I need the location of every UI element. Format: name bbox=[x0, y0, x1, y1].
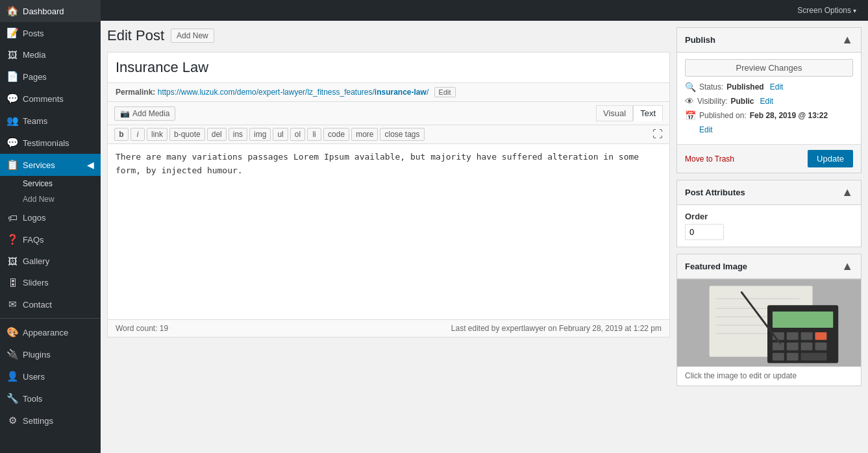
sidebar-item-services[interactable]: 📋 Services ◀ bbox=[0, 154, 101, 176]
sidebar-item-teams[interactable]: 👥 Teams bbox=[0, 110, 101, 132]
published-on-value: Feb 28, 2019 @ 13:22 bbox=[750, 111, 828, 120]
fmt-bold[interactable]: b bbox=[114, 128, 129, 141]
tab-text[interactable]: Text bbox=[633, 105, 663, 121]
sidebar-sub-label: Add New bbox=[23, 195, 55, 204]
screen-options-label: Screen Options bbox=[797, 6, 851, 15]
publish-box-toggle[interactable]: ▲ bbox=[841, 33, 853, 47]
add-media-button[interactable]: 📷 Add Media bbox=[114, 106, 175, 121]
fmt-link[interactable]: link bbox=[147, 128, 167, 141]
sidebar-sub-services-all[interactable]: Services bbox=[0, 176, 101, 191]
sidebar-item-label: Gallery bbox=[23, 256, 49, 266]
sidebar-item-label: Teams bbox=[23, 116, 47, 126]
divider bbox=[0, 318, 101, 319]
sidebar-item-dashboard[interactable]: 🏠 Dashboard bbox=[0, 0, 101, 22]
screen-options-button[interactable]: Screen Options ▾ bbox=[792, 3, 862, 18]
sidebar-item-media[interactable]: 🖼 Media bbox=[0, 44, 101, 66]
sidebar-item-posts[interactable]: 📝 Posts bbox=[0, 22, 101, 44]
add-new-button[interactable]: Add New bbox=[171, 29, 214, 43]
main-area: Screen Options ▾ Edit Post Add New Perma… bbox=[101, 0, 868, 453]
sidebar-item-logos[interactable]: 🏷 Logos bbox=[0, 207, 101, 228]
sidebar-item-plugins[interactable]: 🔌 Plugins bbox=[0, 343, 101, 365]
expand-button[interactable]: ⛶ bbox=[652, 129, 663, 140]
sidebar-item-label: Testimonials bbox=[23, 138, 69, 148]
publish-actions: Move to Trash Update bbox=[677, 144, 861, 173]
sidebar-item-contact[interactable]: ✉ Contact bbox=[0, 293, 101, 315]
testimonials-icon: 💬 bbox=[6, 137, 18, 149]
sidebar-item-label: Logos bbox=[23, 213, 45, 223]
order-input[interactable] bbox=[685, 224, 724, 240]
publish-box-title: Publish bbox=[685, 35, 715, 45]
sidebar-item-settings[interactable]: ⚙ Settings bbox=[0, 410, 101, 432]
sidebar-item-sliders[interactable]: 🎛 Sliders bbox=[0, 272, 101, 293]
preview-changes-button[interactable]: Preview Changes bbox=[685, 59, 853, 77]
pages-icon: 📄 bbox=[6, 71, 18, 82]
featured-image-toggle[interactable]: ▲ bbox=[841, 260, 853, 273]
featured-image-header[interactable]: Featured Image ▲ bbox=[677, 254, 861, 279]
fmt-ol[interactable]: ol bbox=[290, 128, 305, 141]
status-value: Published bbox=[726, 82, 763, 92]
editor-panel: Edit Post Add New Permalink: https://www… bbox=[107, 27, 670, 447]
editor-content-area[interactable]: There are many variations passages Lorem… bbox=[108, 144, 669, 319]
update-button[interactable]: Update bbox=[808, 150, 853, 167]
status-label: Status: bbox=[699, 82, 723, 92]
last-edited-text: Last edited by expertlawyer on February … bbox=[451, 324, 662, 333]
sidebar-sub-services-add[interactable]: Add New bbox=[0, 191, 101, 207]
fmt-more[interactable]: more bbox=[351, 128, 378, 141]
post-title-input[interactable] bbox=[108, 53, 669, 83]
services-chevron-icon: ◀ bbox=[87, 160, 94, 170]
visibility-icon: 👁 bbox=[685, 96, 694, 106]
faqs-icon: ❓ bbox=[6, 234, 18, 245]
fmt-img[interactable]: img bbox=[249, 128, 271, 141]
post-attributes-toggle[interactable]: ▲ bbox=[841, 186, 853, 199]
sidebar-item-appearance[interactable]: 🎨 Appearance bbox=[0, 321, 101, 343]
fmt-bquote[interactable]: b-quote bbox=[169, 128, 205, 141]
fmt-italic[interactable]: i bbox=[130, 128, 145, 141]
status-edit-link[interactable]: Edit bbox=[770, 82, 784, 92]
fmt-code[interactable]: code bbox=[323, 128, 349, 141]
word-count: Word count: 19 bbox=[116, 324, 168, 333]
post-attributes-title: Post Attributes bbox=[685, 188, 745, 197]
sidebar-item-tools[interactable]: 🔧 Tools bbox=[0, 387, 101, 410]
move-to-trash-link[interactable]: Move to Trash bbox=[685, 154, 734, 164]
tools-icon: 🔧 bbox=[6, 393, 18, 404]
sidebar-item-comments[interactable]: 💬 Comments bbox=[0, 88, 101, 110]
publish-box-header[interactable]: Publish ▲ bbox=[677, 28, 861, 53]
post-attributes-header[interactable]: Post Attributes ▲ bbox=[677, 180, 861, 205]
format-toolbar: b i link b-quote del ins img ul ol li co… bbox=[108, 125, 669, 144]
svg-rect-19 bbox=[801, 353, 827, 361]
visual-text-tabs: Visual Text bbox=[596, 105, 663, 121]
fmt-del[interactable]: del bbox=[207, 128, 227, 141]
svg-rect-13 bbox=[773, 343, 784, 350]
permalink-edit-button[interactable]: Edit bbox=[434, 87, 456, 97]
featured-image-thumbnail[interactable] bbox=[677, 279, 861, 367]
sidebar: 🏠 Dashboard 📝 Posts 🖼 Media 📄 Pages 💬 Co… bbox=[0, 0, 101, 453]
page-title: Edit Post bbox=[107, 27, 164, 44]
published-on-edit-link[interactable]: Edit bbox=[699, 125, 713, 134]
tab-visual[interactable]: Visual bbox=[596, 105, 633, 121]
editor-content-text: There are many variations passages Lorem… bbox=[116, 152, 639, 175]
page-header: Edit Post Add New bbox=[107, 27, 670, 44]
sidebar-item-label: Plugins bbox=[23, 350, 51, 360]
sidebar-item-users[interactable]: 👤 Users bbox=[0, 365, 101, 387]
sidebar-item-label: Services bbox=[23, 160, 55, 170]
sidebar-item-faqs[interactable]: ❓ FAQs bbox=[0, 228, 101, 251]
sidebar-item-label: Pages bbox=[23, 72, 47, 82]
sidebar-item-label: Settings bbox=[23, 416, 53, 426]
visibility-label: Visibility: bbox=[697, 97, 727, 106]
add-media-label: Add Media bbox=[132, 109, 169, 118]
featured-image-title: Featured Image bbox=[685, 262, 747, 271]
sidebar-item-gallery[interactable]: 🖼 Gallery bbox=[0, 251, 101, 272]
sidebar-item-label: Contact bbox=[23, 300, 52, 310]
sidebar-item-testimonials[interactable]: 💬 Testimonials bbox=[0, 132, 101, 154]
fmt-ins[interactable]: ins bbox=[229, 128, 247, 141]
sidebar-item-label: Posts bbox=[23, 29, 44, 38]
fmt-li[interactable]: li bbox=[307, 128, 321, 141]
sidebar-item-label: FAQs bbox=[23, 235, 44, 245]
fmt-ul[interactable]: ul bbox=[273, 128, 288, 141]
fmt-close-tags[interactable]: close tags bbox=[380, 128, 424, 141]
visibility-edit-link[interactable]: Edit bbox=[760, 97, 773, 106]
permalink-url[interactable]: https://www.luzuk.com/demo/expert-lawyer… bbox=[158, 88, 429, 97]
svg-rect-15 bbox=[801, 343, 813, 350]
sidebar-item-pages[interactable]: 📄 Pages bbox=[0, 66, 101, 88]
publish-box: Publish ▲ Preview Changes 🔍 Status: Publ… bbox=[676, 27, 862, 173]
